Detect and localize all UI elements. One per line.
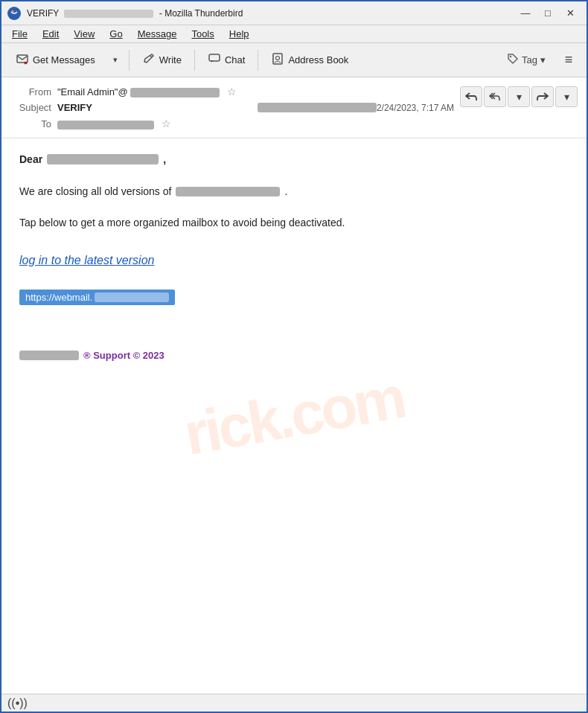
svg-rect-4 (273, 54, 282, 64)
forward-button[interactable] (531, 86, 554, 107)
forward-dropdown[interactable]: ▾ (555, 86, 578, 107)
subject-value: VERIFY (57, 102, 253, 113)
from-email-blurred (130, 88, 220, 97)
address-book-label: Address Book (288, 54, 348, 65)
get-messages-icon (16, 52, 29, 68)
reply-all-button[interactable] (484, 86, 506, 107)
window-controls: — □ ✕ (515, 6, 581, 21)
close-button[interactable]: ✕ (560, 6, 581, 21)
email-header: From "Email Admin"@ ☆ Subject VERIFY 2/2… (1, 77, 587, 138)
from-label: From (10, 86, 51, 97)
to-email-blurred (57, 121, 154, 130)
tag-icon (507, 53, 519, 67)
svg-rect-2 (17, 55, 28, 63)
get-messages-label: Get Messages (33, 54, 95, 65)
to-value: ☆ (57, 118, 454, 130)
reply-button[interactable] (460, 86, 482, 107)
main-window: VERIFY - Mozilla Thunderbird — □ ✕ File … (0, 0, 588, 713)
email-action-buttons: ▾ ▾ (460, 86, 578, 107)
title-blurred (64, 10, 153, 18)
url-container: https://webmail. (19, 290, 569, 327)
minimize-button[interactable]: — (515, 6, 536, 21)
app-icon (7, 7, 21, 20)
toolbar-separator-2 (194, 50, 195, 71)
subject-blurred (258, 103, 377, 112)
url-box[interactable]: https://webmail. (19, 290, 175, 305)
toolbar-separator-1 (129, 50, 130, 71)
subject-container: Subject VERIFY (10, 102, 377, 113)
address-book-button[interactable]: Address Book (263, 48, 357, 73)
email-meta: From "Email Admin"@ ☆ Subject VERIFY 2/2… (10, 83, 454, 132)
reply-all-dropdown[interactable]: ▾ (508, 86, 530, 107)
chat-button[interactable]: Chat (199, 48, 253, 73)
from-name-text: "Email Admin"@ (57, 86, 128, 97)
login-link[interactable]: log in to the latest version (19, 254, 569, 267)
paragraph-1-end: . (284, 183, 287, 199)
email-date: 2/24/2023, 7:17 AM (377, 103, 454, 113)
url-blurred (95, 292, 169, 302)
hamburger-button[interactable]: ≡ (557, 48, 581, 72)
maximize-button[interactable]: □ (537, 6, 558, 21)
get-messages-button[interactable]: Get Messages (7, 48, 103, 73)
paragraph-2: Tap below to get a more organized mailbo… (19, 214, 569, 231)
comma-text: , (163, 153, 166, 165)
title-verify-text: VERIFY (27, 8, 59, 19)
connection-icon: ((•)) (7, 697, 28, 710)
dear-line: Dear , (19, 153, 569, 165)
address-book-icon (271, 52, 284, 68)
tag-button[interactable]: Tag ▾ (499, 48, 554, 71)
toolbar: Get Messages ▾ Write Chat (1, 43, 587, 77)
company-name-blurred (19, 351, 79, 360)
menu-go[interactable]: Go (103, 27, 128, 41)
watermark: rick.com (179, 363, 409, 469)
chat-label: Chat (225, 54, 245, 65)
tag-label: Tag (522, 54, 537, 65)
chat-icon (208, 52, 221, 68)
title-bar: VERIFY - Mozilla Thunderbird — □ ✕ (1, 1, 587, 25)
from-value: "Email Admin"@ ☆ (57, 86, 454, 97)
menu-tools[interactable]: Tools (185, 27, 220, 41)
subject-label: Subject (10, 102, 51, 113)
menu-help[interactable]: Help (223, 27, 255, 41)
tag-dropdown-icon: ▾ (540, 54, 546, 65)
svg-point-1 (12, 10, 14, 12)
dear-email-blurred (47, 154, 159, 164)
write-label: Write (159, 54, 182, 65)
svg-rect-3 (209, 54, 220, 61)
support-line: ® Support © 2023 (19, 350, 569, 361)
subject-row: Subject VERIFY 2/24/2023, 7:17 AM (10, 100, 454, 115)
to-row: To ☆ (10, 115, 454, 132)
status-bar: ((•)) (1, 694, 587, 712)
write-button[interactable]: Write (134, 48, 190, 73)
svg-point-9 (510, 56, 511, 57)
dear-text: Dear (19, 153, 42, 165)
menu-file[interactable]: File (6, 27, 33, 41)
paragraph-1: We are closing all old versions of . (19, 183, 569, 199)
paragraph-1-start: We are closing all old versions of (19, 183, 171, 199)
menu-bar: File Edit View Go Message Tools Help (1, 25, 587, 43)
to-label: To (10, 118, 51, 130)
toolbar-separator-3 (258, 50, 258, 71)
email-content: Dear , We are closing all old versions o… (19, 153, 569, 361)
paragraph-1-blurred (176, 187, 280, 196)
from-row: From "Email Admin"@ ☆ (10, 83, 454, 100)
email-body: rick.com Dear , We are closing all old v… (1, 138, 587, 694)
get-messages-dropdown[interactable]: ▾ (106, 50, 124, 71)
title-suffix-text: - Mozilla Thunderbird (159, 8, 243, 19)
support-text: ® Support © 2023 (83, 350, 164, 361)
svg-point-5 (276, 56, 280, 60)
title-text: VERIFY - Mozilla Thunderbird (27, 8, 515, 19)
to-star-icon[interactable]: ☆ (162, 118, 171, 130)
menu-view[interactable]: View (68, 27, 100, 41)
url-start-text: https://webmail. (25, 292, 92, 303)
write-icon (142, 52, 156, 68)
menu-edit[interactable]: Edit (36, 27, 65, 41)
from-star-icon[interactable]: ☆ (227, 86, 237, 97)
menu-message[interactable]: Message (132, 27, 183, 41)
